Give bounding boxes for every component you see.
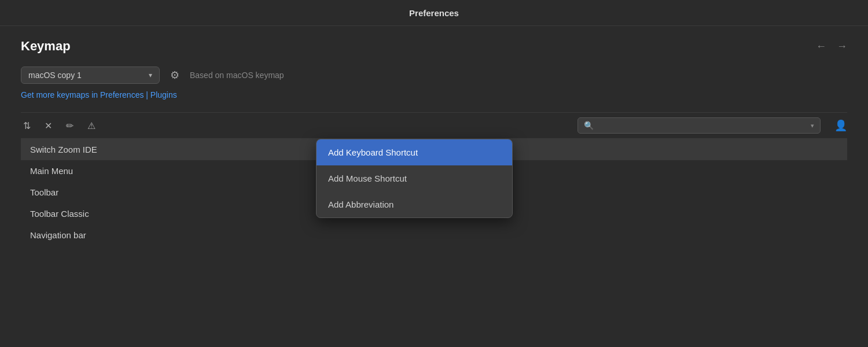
keymap-select-value: macOS copy 1 bbox=[28, 71, 144, 80]
dropdown-item-mouse[interactable]: Add Mouse Shortcut bbox=[317, 165, 512, 191]
based-on-label: Based on macOS keymap bbox=[190, 71, 284, 80]
search-filter-icon[interactable]: ▾ bbox=[811, 122, 814, 130]
title-bar: Preferences bbox=[0, 0, 868, 26]
page-title: Keymap bbox=[21, 39, 71, 54]
back-button[interactable]: ← bbox=[816, 40, 826, 53]
forward-button[interactable]: → bbox=[837, 40, 847, 53]
list-item[interactable]: Navigation bar bbox=[21, 224, 847, 246]
keymap-list: Switch Zoom IDE Main Menu Toolbar Toolba… bbox=[21, 139, 847, 246]
chevron-down-icon: ▾ bbox=[149, 71, 152, 79]
user-shortcut-icon[interactable]: 👤 bbox=[834, 119, 847, 132]
window-title: Preferences bbox=[409, 8, 459, 18]
warning-icon[interactable]: ⚠ bbox=[85, 119, 98, 132]
search-input[interactable] bbox=[597, 121, 807, 130]
remove-icon[interactable]: ✕ bbox=[42, 119, 54, 132]
dropdown-popup: Add Keyboard Shortcut Add Mouse Shortcut… bbox=[316, 139, 513, 218]
gear-icon[interactable]: ⚙ bbox=[168, 67, 182, 84]
search-box: 🔍 ▾ bbox=[578, 117, 821, 134]
dropdown-item-keyboard[interactable]: Add Keyboard Shortcut bbox=[317, 139, 512, 165]
dropdown-item-abbreviation[interactable]: Add Abbreviation bbox=[317, 191, 512, 217]
plugins-link[interactable]: Get more keymaps in Preferences | Plugin… bbox=[21, 90, 177, 99]
keymap-select[interactable]: macOS copy 1 ▾ bbox=[21, 67, 160, 84]
sort-icon[interactable]: ⇅ bbox=[21, 119, 33, 132]
search-icon: 🔍 bbox=[584, 121, 594, 130]
edit-icon[interactable]: ✏ bbox=[64, 119, 76, 132]
